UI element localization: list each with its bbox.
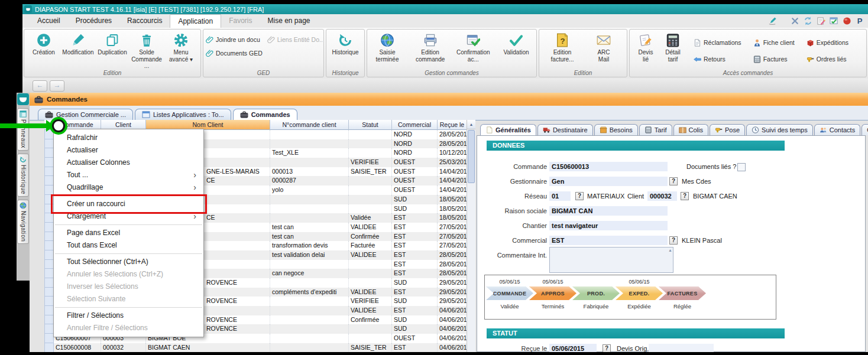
refresh-icon[interactable]: [804, 17, 812, 25]
row-selector-cell[interactable]: [44, 324, 54, 334]
record-icon[interactable]: [843, 17, 851, 25]
document-tab[interactable]: Gestion Commerciale ...: [38, 109, 133, 120]
ribbon-button[interactable]: Liens Entité Do..: [267, 35, 323, 43]
row-selector-cell[interactable]: [44, 232, 54, 242]
row-selector-cell[interactable]: [44, 139, 54, 149]
row-selector-cell[interactable]: [44, 176, 54, 185]
commercial-field[interactable]: EST: [549, 236, 668, 245]
ribbon-button[interactable]: Edition commande: [413, 32, 448, 63]
diapason-logo-icon[interactable]: [17, 93, 29, 105]
details-tab[interactable]: Suivi des temps: [746, 124, 813, 135]
row-selector-cell[interactable]: [44, 167, 54, 177]
row-selector-cell[interactable]: [44, 278, 54, 288]
ribbon-button[interactable]: Création: [27, 32, 61, 56]
details-tab[interactable]: Qui, quand ?: [861, 124, 868, 135]
details-tab[interactable]: Généralités: [480, 124, 536, 135]
ribbon-button[interactable]: Devis lié: [632, 32, 659, 63]
row-selector-cell[interactable]: [44, 334, 54, 343]
documents-lies-checkbox[interactable]: [737, 163, 746, 171]
row-selector-cell[interactable]: [44, 158, 54, 167]
ribbon-button[interactable]: Duplication: [95, 32, 129, 56]
ribbon-button[interactable]: Modification: [61, 32, 95, 56]
ribbon-button[interactable]: Expéditions: [807, 35, 848, 50]
details-tab[interactable]: Destinataire: [537, 124, 593, 135]
edit-pencil-icon[interactable]: [768, 17, 777, 25]
row-selector-cell[interactable]: [44, 223, 54, 232]
textarea-scroll-icon[interactable]: ▲: [668, 248, 672, 253]
details-tab[interactable]: Tarif: [639, 124, 672, 135]
ribbon-button[interactable]: Validation: [498, 32, 534, 56]
client-field[interactable]: 000032: [647, 191, 677, 201]
sidebar-tab[interactable]: Panneaux: [17, 108, 29, 151]
ribbon-button[interactable]: ARC Mail: [586, 32, 621, 63]
commentaire-textarea[interactable]: ▲: [549, 247, 673, 273]
document-tab[interactable]: Commandes: [233, 109, 297, 120]
row-selector-cell[interactable]: [44, 306, 54, 315]
window-check-icon[interactable]: [830, 17, 838, 25]
table-row[interactable]: C150600008 000032 BIGMAT CAEN SAISIE_TER…: [44, 343, 475, 353]
context-menu-item[interactable]: Filtrer / Sélections: [54, 310, 203, 322]
ribbon-button[interactable]: Détail tarif: [659, 32, 686, 63]
context-menu-item[interactable]: Annuler Filtre / Sélections: [54, 322, 203, 334]
row-selector-cell[interactable]: [44, 213, 54, 223]
back-button[interactable]: ←: [33, 80, 47, 92]
lookup-button[interactable]: ?: [603, 344, 611, 353]
ribbon-button[interactable]: Factures: [753, 52, 795, 66]
ribbon-button[interactable]: Joindre un docu: [206, 35, 263, 43]
row-selector-cell[interactable]: [44, 315, 54, 325]
details-tab[interactable]: Colis: [673, 124, 708, 135]
lookup-button[interactable]: ?: [669, 236, 678, 245]
ribbon-button[interactable]: ? Edition facture...: [545, 32, 580, 63]
gestionnaire-field[interactable]: Gen: [549, 177, 668, 186]
menu-tab[interactable]: Procédures: [68, 14, 119, 28]
column-header-commercial[interactable]: Commercial: [392, 120, 438, 130]
ribbon-button[interactable]: Fiche client: [753, 35, 795, 50]
ribbon-button[interactable]: Retours: [694, 52, 741, 66]
column-header-recue-le[interactable]: Reçue le: [438, 120, 467, 130]
details-tab[interactable]: Contacts: [814, 124, 860, 135]
row-selector-cell[interactable]: [44, 269, 54, 278]
ribbon-button[interactable]: Ordres liés: [807, 52, 848, 66]
ribbon-button[interactable]: Solde Commande ...: [129, 32, 164, 70]
row-selector-cell[interactable]: [44, 241, 54, 250]
notes-icon[interactable]: [817, 17, 825, 25]
details-tab[interactable]: Pose: [710, 124, 745, 135]
ribbon-button[interactable]: Historique: [329, 32, 362, 56]
context-menu-item[interactable]: Inverser les Sélections: [54, 281, 203, 293]
reseau-field[interactable]: 01: [549, 191, 571, 201]
forward-button[interactable]: →: [50, 80, 64, 92]
row-selector-cell[interactable]: [44, 260, 54, 269]
menu-tab[interactable]: Accueil: [30, 14, 68, 28]
document-tab[interactable]: Listes Applicatives : To...: [135, 109, 231, 120]
sidebar-tab[interactable]: Navigation: [17, 200, 29, 244]
raison-sociale-field[interactable]: BIGMAT CAN: [549, 206, 668, 216]
ribbon-button[interactable]: Réclamations: [694, 35, 741, 50]
ribbon-button[interactable]: Confirmation ac...: [455, 32, 491, 63]
commande-field[interactable]: C150600013: [549, 162, 668, 171]
context-menu-item[interactable]: Annuler les Sélections (Ctrl+Z): [54, 268, 203, 281]
lookup-button[interactable]: ?: [575, 192, 584, 200]
context-menu-item[interactable]: Tout Sélectionner (Ctrl+A): [54, 256, 203, 268]
chantier-field[interactable]: test navigateur: [549, 221, 668, 230]
row-selector-cell[interactable]: [44, 185, 54, 195]
ribbon-button[interactable]: Documents GED: [206, 49, 263, 57]
menu-tab[interactable]: Application: [170, 14, 221, 28]
column-header-statut[interactable]: Statut: [349, 120, 392, 130]
scroll-up-arrow-icon[interactable]: ▲: [467, 120, 475, 129]
row-selector-cell[interactable]: [44, 288, 54, 297]
context-menu-item[interactable]: Tout ...: [54, 169, 203, 181]
ribbon-button[interactable]: Saisie terminée: [370, 32, 405, 63]
context-menu-item[interactable]: Rafraîchir: [54, 132, 203, 144]
row-selector-cell[interactable]: [44, 250, 54, 260]
menu-tab[interactable]: Raccourcis: [119, 14, 170, 28]
menu-tab[interactable]: Favoris: [221, 14, 260, 28]
context-menu-item[interactable]: Quadrillage: [54, 181, 203, 194]
lookup-button[interactable]: ?: [681, 192, 689, 200]
column-header-ncommande-client[interactable]: N°commande client: [270, 120, 349, 130]
sidebar-tab[interactable]: Historique: [17, 154, 29, 197]
row-selector-cell[interactable]: [44, 343, 54, 353]
context-menu-item[interactable]: Actualiser: [54, 144, 203, 157]
vertical-scrollbar[interactable]: ▲: [467, 120, 475, 355]
context-menu-item[interactable]: Sélection Suivante: [54, 293, 203, 305]
scrollbar-thumb[interactable]: [468, 130, 475, 183]
